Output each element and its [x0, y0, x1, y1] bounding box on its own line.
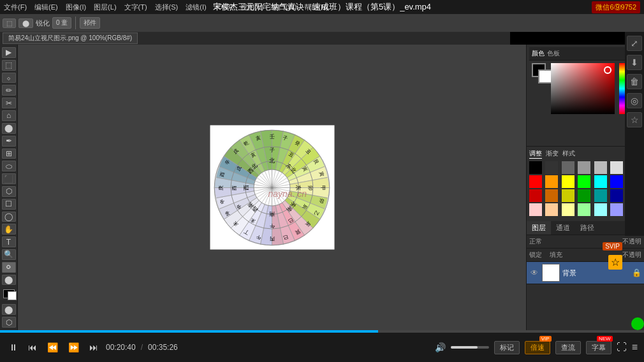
mark-button[interactable]: 标记	[494, 341, 520, 354]
layer-name: 背景	[562, 268, 576, 278]
tool-blur[interactable]: ☐	[2, 199, 16, 210]
swatch-17[interactable]	[578, 189, 590, 202]
toolbar-btn-3[interactable]: 0 童	[52, 17, 71, 29]
star-button[interactable]: ☆	[608, 255, 622, 270]
document-tab[interactable]: 简易24山立视尺图示.png @ 100%(RGB/8#)	[3, 33, 138, 44]
color-spectrum[interactable]	[551, 63, 615, 114]
svg-text:甲: 甲	[320, 185, 326, 190]
download-icon[interactable]: ⬇	[627, 55, 642, 70]
fwd-button[interactable]: ⏩	[66, 341, 82, 354]
share-icon[interactable]: ⤢	[627, 36, 642, 51]
pause-button[interactable]: ⏸	[6, 341, 20, 354]
fg-color-tool[interactable]	[3, 289, 15, 298]
swatch-24[interactable]	[578, 203, 590, 216]
swatch-22[interactable]	[545, 203, 558, 216]
right-icon-panel: ⤢ ⬇ 🗑 ◎ ☆	[625, 32, 644, 236]
rew-button[interactable]: ⏪	[45, 341, 61, 354]
subtitle-wrapper: 字幕 NEW	[586, 341, 611, 354]
swatch-9[interactable]	[562, 175, 574, 188]
tool-eyedropper[interactable]: ⌂	[2, 110, 16, 121]
swatch-16[interactable]	[562, 189, 574, 202]
window-title: 宋俊杰三元阳宅纳气真诀（速成班）课程（第5课）_ev.mp4	[213, 1, 431, 13]
prev-button[interactable]: ⏮	[26, 341, 40, 354]
tool-heal[interactable]: ⬤	[2, 123, 16, 134]
tool-text[interactable]: T	[2, 236, 16, 247]
video-progress-bar[interactable]	[0, 330, 644, 333]
menu-filter[interactable]: 滤镜(I)	[186, 3, 206, 12]
tool-wand[interactable]: ✏	[2, 85, 16, 96]
swatch-25[interactable]	[594, 203, 607, 216]
tool-shape[interactable]: 🔍	[2, 249, 16, 260]
layer-background[interactable]: 👁 背景 🔒	[527, 262, 644, 284]
toolbar-btn-next[interactable]: 祁件	[80, 17, 100, 29]
layer-visibility-icon[interactable]: 👁	[529, 268, 539, 278]
volume-icon[interactable]: 🔊	[435, 342, 446, 352]
toolbar-btn-1[interactable]: ⬚	[3, 18, 16, 28]
tool-clone[interactable]: ⊞	[2, 148, 16, 159]
tool-crop[interactable]: ✂	[2, 98, 16, 108]
video-controls: ⏸ ⏮ ⏪ ⏩ ⏭ 00:20:40 / 00:35:26 🔊 标记 倍速 VI…	[0, 330, 644, 362]
tool-mask[interactable]: ⬤	[2, 304, 16, 315]
tool-zoom[interactable]: ⬤	[2, 275, 16, 286]
tool-history-brush[interactable]: ⬭	[2, 161, 16, 171]
swatch-14[interactable]	[529, 189, 542, 202]
swatch-1[interactable]	[545, 161, 558, 174]
tool-eraser[interactable]: ⬛	[2, 173, 16, 184]
tab-gradients[interactable]: 渐变	[546, 149, 559, 159]
tool-marquee[interactable]: ⬚	[2, 60, 16, 71]
tab-adjustments[interactable]: 调整	[529, 149, 542, 159]
toolbar-btn-2[interactable]: ⬤	[18, 18, 33, 28]
menu-file[interactable]: 文件(F)	[4, 3, 27, 12]
volume-slider[interactable]	[451, 346, 489, 349]
swatch-4[interactable]	[594, 161, 607, 174]
target-icon[interactable]: ◎	[627, 93, 642, 108]
swatch-26[interactable]	[610, 203, 623, 216]
bg-color-swatch[interactable]	[538, 69, 552, 83]
fullscreen-button[interactable]: ⛶	[617, 342, 627, 353]
menu-select[interactable]: 选择(S)	[155, 3, 179, 12]
stream-button[interactable]: 查流	[555, 341, 581, 354]
tool-brush[interactable]: ✒	[2, 136, 16, 147]
swatch-2[interactable]	[562, 161, 574, 174]
swatch-10[interactable]	[578, 175, 590, 188]
swatch-12[interactable]	[610, 175, 623, 188]
next-button[interactable]: ⏭	[87, 341, 101, 354]
swatch-0[interactable]	[529, 161, 542, 174]
tool-pen[interactable]: ✋	[2, 224, 16, 235]
swatch-18[interactable]	[594, 189, 607, 202]
tab-paths[interactable]: 路径	[575, 221, 599, 235]
swatch-19[interactable]	[610, 189, 623, 202]
total-time: 00:35:26	[148, 343, 178, 352]
tab-styles[interactable]: 样式	[562, 149, 575, 159]
swatch-8[interactable]	[545, 175, 558, 188]
tool-gradient[interactable]: ⬡	[2, 186, 16, 197]
tool-dodge[interactable]: ◯	[2, 212, 16, 222]
layer-lock-icon[interactable]: 🔒	[631, 268, 641, 278]
tab-layers[interactable]: 图层	[527, 221, 551, 235]
menu-text[interactable]: 文字(T)	[124, 3, 147, 12]
swatch-15[interactable]	[545, 189, 558, 202]
swatch-23[interactable]	[562, 203, 574, 216]
toolbar: ⬚ ⬤ 锐化 0 童 祁件	[0, 14, 644, 32]
swatch-7[interactable]	[529, 175, 542, 188]
svip-badge[interactable]: SVIP	[603, 242, 622, 250]
swatch-3[interactable]	[578, 161, 590, 174]
tab-channels[interactable]: 通道	[551, 221, 575, 235]
tool-screen[interactable]: ⬡	[2, 317, 16, 328]
tool-hand[interactable]: ⭘	[2, 262, 16, 273]
swatch-11[interactable]	[594, 175, 607, 188]
star-icon[interactable]: ☆	[627, 112, 642, 127]
menu-layer[interactable]: 图层(L)	[94, 3, 116, 12]
tab-color[interactable]: 颜色	[532, 49, 545, 58]
menu-button[interactable]: ≡	[632, 342, 638, 353]
tool-move[interactable]: ▶	[2, 47, 16, 58]
speed-button[interactable]: 倍速	[525, 341, 550, 354]
swatch-5[interactable]	[610, 161, 623, 174]
delete-icon[interactable]: 🗑	[627, 74, 642, 89]
menu-image[interactable]: 图像(I)	[66, 3, 86, 12]
swatch-21[interactable]	[529, 203, 542, 216]
menu-edit[interactable]: 编辑(E)	[34, 3, 58, 12]
tool-lasso[interactable]: ⬦	[2, 73, 16, 83]
subtitle-button[interactable]: 字幕	[586, 341, 611, 354]
tab-swatches[interactable]: 色板	[547, 49, 560, 58]
